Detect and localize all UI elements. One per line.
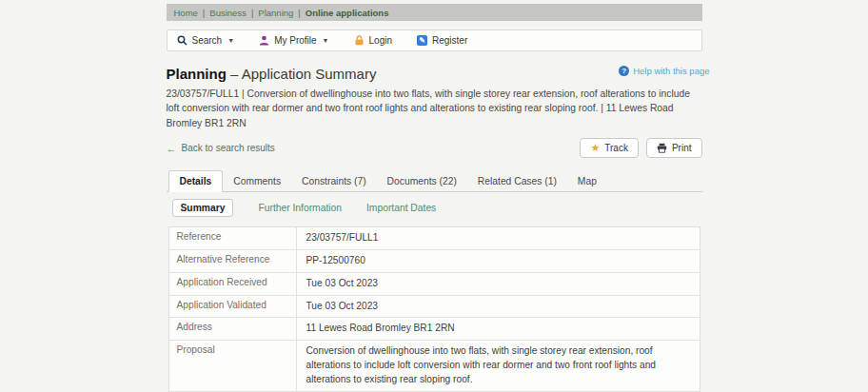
search-icon [177,35,187,46]
row-value: Tue 03 Oct 2023 [297,296,700,318]
tab-comments[interactable]: Comments [223,171,291,191]
search-label: Search [192,35,223,46]
table-row-address: Address 11 Lewes Road Bromley BR1 2RN [169,318,700,341]
help-icon: ? [619,66,629,76]
print-button[interactable]: Print [646,138,702,158]
row-value: 23/03757/FULL1 [297,227,700,249]
tab-map[interactable]: Map [567,171,607,191]
row-value: Conversion of dwellinghouse into two fla… [297,341,700,390]
chevron-down-icon: ▼ [323,37,329,44]
profile-icon [259,35,269,46]
toolbar: Search ▼ My Profile ▼ Login ✎ Register [167,29,702,51]
application-summary-text: 23/03757/FULL1 | Conversion of dwellingh… [167,87,702,130]
table-row-application-validated: Application Validated Tue 03 Oct 2023 [169,296,700,319]
breadcrumb-link-home[interactable]: Home [174,8,198,18]
tab-related-cases[interactable]: Related Cases (1) [467,171,567,191]
row-label: Reference [169,227,297,249]
row-value: Tue 03 Oct 2023 [297,273,700,295]
page-title-rest: – Application Summary [230,66,376,82]
table-row-reference: Reference 23/03757/FULL1 [169,227,700,250]
my-profile-menu[interactable]: My Profile ▼ [259,35,328,46]
row-label: Application Received [169,273,297,295]
breadcrumb-separator: | [298,8,300,18]
my-profile-label: My Profile [274,35,316,46]
page-content: Home | Business | Planning | Online appl… [167,0,702,392]
tab-documents[interactable]: Documents (22) [377,171,467,191]
track-button[interactable]: ★ Track [580,138,639,158]
row-label: Application Validated [169,296,297,318]
breadcrumb-separator: | [203,8,205,18]
tab-constraints[interactable]: Constraints (7) [291,171,377,191]
button-group: ★ Track Print [580,138,701,158]
subtab-important-dates[interactable]: Important Dates [366,203,436,213]
row-value: 11 Lewes Road Bromley BR1 2RN [297,318,700,340]
star-icon: ★ [590,142,600,154]
tab-details[interactable]: Details [168,170,224,192]
register-icon: ✎ [417,35,427,46]
subtab-further-information[interactable]: Further Information [258,203,342,213]
actions-row: ← Back to search results ★ Track Print [167,138,702,158]
help-with-this-page-link[interactable]: ? Help with this page [619,66,709,76]
back-label: Back to search results [182,143,275,153]
login-label: Login [369,35,392,46]
subtab-summary[interactable]: Summary [172,199,234,217]
chevron-down-icon: ▼ [227,37,234,44]
table-row-application-received: Application Received Tue 03 Oct 2023 [169,273,700,296]
title-row: Planning – Application Summary ? Help wi… [167,66,702,82]
breadcrumb-separator: | [251,8,253,18]
printer-icon [657,143,667,153]
breadcrumb: Home | Business | Planning | Online appl… [167,4,702,21]
row-label: Proposal [169,341,297,390]
back-to-search-results-link[interactable]: ← Back to search results [167,143,275,154]
tabs: Details Comments Constraints (7) Documen… [167,170,702,192]
help-label: Help with this page [633,66,709,76]
back-arrow-icon: ← [167,143,177,154]
lock-icon [354,35,365,46]
breadcrumb-link-business[interactable]: Business [209,8,247,18]
login-button[interactable]: Login [354,35,392,46]
application-details-table: Reference 23/03757/FULL1 Alternative Ref… [168,226,700,392]
page-title-section: Planning [167,66,227,82]
row-label: Address [169,318,297,340]
table-row-proposal: Proposal Conversion of dwellinghouse int… [169,341,700,391]
table-row-alternative-reference: Alternative Reference PP-12500760 [169,250,700,273]
breadcrumb-current-online-applications: Online applications [306,8,389,18]
register-button[interactable]: ✎ Register [417,35,467,46]
search-menu[interactable]: Search ▼ [177,35,235,46]
row-label: Alternative Reference [169,250,297,272]
print-label: Print [672,143,692,153]
subtabs: Summary Further Information Important Da… [167,192,702,225]
page-title: Planning – Application Summary [167,66,377,82]
track-label: Track [604,143,628,153]
breadcrumb-link-planning[interactable]: Planning [258,8,293,18]
row-value: PP-12500760 [297,250,700,272]
register-label: Register [432,35,467,46]
